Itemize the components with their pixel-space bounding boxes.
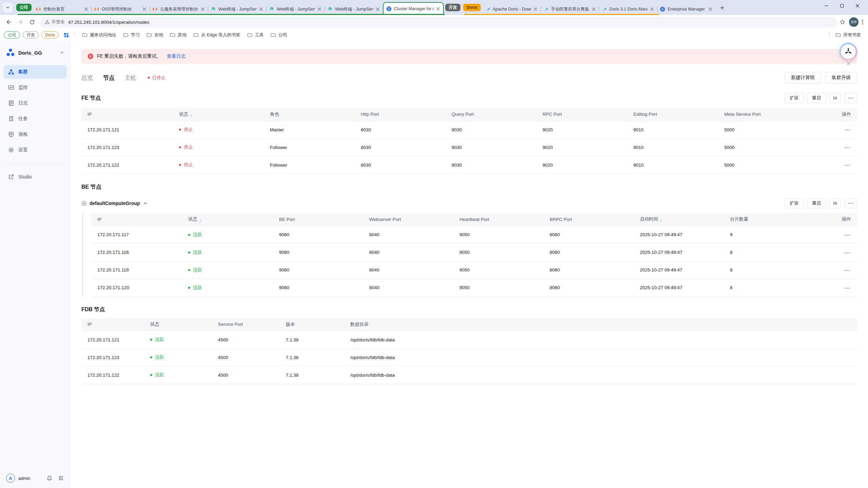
tab-web-terminal-2[interactable]: Web终端 - JumpServ — [266, 3, 324, 15]
bookmark-folder[interactable]: 工具 — [244, 31, 267, 39]
tab-close-icon[interactable] — [650, 7, 654, 12]
tab-close-icon[interactable] — [200, 7, 205, 12]
row-actions-button[interactable] — [844, 233, 851, 238]
security-indicator[interactable]: 不安全 — [45, 19, 65, 25]
column-header[interactable]: 状态 — [144, 318, 212, 331]
sidebar-item-cluster[interactable]: 集群 — [3, 65, 67, 79]
back-button[interactable] — [3, 17, 14, 27]
tab-enterprise-manager[interactable]: Enterprise Manager — [657, 3, 715, 15]
tab-manual-deploy[interactable]: 手动部署存算分离集群 — [540, 3, 599, 15]
row-actions-button[interactable] — [844, 250, 851, 255]
cluster-selector[interactable]: Doris_GG — [0, 41, 70, 62]
maximize-button[interactable] — [834, 0, 850, 12]
bell-icon[interactable] — [46, 475, 53, 481]
reload-button[interactable] — [26, 17, 37, 27]
tab-search-button[interactable] — [3, 2, 13, 13]
new-compute-group-button[interactable]: 新建计算组 — [785, 72, 821, 83]
column-header[interactable]: Heartbeat Port — [453, 213, 544, 226]
column-header[interactable]: Query Port — [446, 108, 536, 121]
column-header[interactable]: IP — [81, 108, 173, 121]
bookmark-group-chip[interactable]: 开发 — [23, 31, 39, 39]
bookmark-folder[interactable]: 学习 — [120, 31, 143, 39]
url-text[interactable]: 47.251.245.101:8004/1/operation/nodes — [68, 20, 149, 25]
column-header[interactable]: Editlog Port — [627, 108, 718, 121]
be-column-settings-button[interactable] — [829, 198, 841, 208]
bookmark-folder[interactable]: 公司 — [268, 31, 290, 39]
tab-close-icon[interactable] — [317, 7, 322, 12]
column-header[interactable]: RPC Port — [536, 108, 627, 121]
be-more-button[interactable] — [844, 198, 857, 208]
page-tab-overview[interactable]: 总览 — [81, 74, 93, 82]
column-header[interactable]: IP — [91, 213, 182, 226]
sidebar-item-settings[interactable]: 设置 — [3, 143, 67, 157]
tab-close-icon[interactable] — [84, 7, 88, 12]
bookmark-group-chip[interactable]: Doris — [41, 31, 59, 39]
new-tab-button[interactable] — [717, 3, 727, 13]
close-button[interactable] — [850, 0, 865, 12]
tab-web-terminal-3[interactable]: Web终端 - JumpServ — [324, 3, 383, 15]
cluster-upgrade-button[interactable]: 集群升级 — [825, 72, 857, 83]
tab-close-icon[interactable] — [708, 7, 713, 12]
sidebar-collapse-icon[interactable] — [58, 475, 64, 481]
sidebar-item-tasks[interactable]: 任务 — [3, 112, 67, 126]
column-header[interactable]: IP — [81, 318, 144, 331]
column-header[interactable]: Service Port — [212, 318, 280, 331]
assistant-float-button[interactable] — [840, 43, 858, 65]
tab-close-icon[interactable] — [436, 6, 440, 11]
column-header[interactable]: 操作 — [809, 108, 857, 121]
tab-cluster-manager[interactable]: Cluster Manager for A — [383, 2, 444, 15]
page-tab-nodes[interactable]: 节点 — [103, 74, 115, 82]
tab-close-icon[interactable] — [375, 7, 380, 12]
row-actions-button[interactable] — [844, 128, 851, 132]
assistant-close-icon[interactable] — [840, 61, 858, 65]
bookmark-group-chip[interactable]: 公司 — [4, 31, 20, 39]
be-action-button[interactable]: 重启 — [807, 198, 826, 208]
column-header[interactable]: 数据目录 — [344, 318, 857, 331]
column-header[interactable]: BRPC Port — [544, 213, 634, 226]
column-header[interactable]: BE Port — [273, 213, 363, 226]
column-header[interactable]: 角色 — [264, 108, 355, 121]
row-actions-button[interactable] — [844, 286, 851, 290]
fe-column-settings-button[interactable] — [829, 93, 841, 103]
fe-action-button[interactable]: 重启 — [807, 93, 826, 103]
column-header[interactable]: 版本 — [280, 318, 344, 331]
chevron-up-icon[interactable] — [143, 201, 147, 205]
bookmark-folder[interactable]: 从 Edge 导入的书签 — [190, 31, 243, 39]
bookmark-star-icon[interactable] — [840, 19, 846, 25]
row-actions-button[interactable] — [844, 145, 851, 150]
column-header[interactable]: 分片数量 — [724, 213, 814, 226]
tab-web-terminal-1[interactable]: Web终端 - JumpServ — [208, 3, 266, 15]
forward-button[interactable] — [15, 17, 26, 27]
be-action-button[interactable]: 扩容 — [785, 198, 804, 208]
row-actions-button[interactable] — [844, 268, 851, 273]
address-bar[interactable]: 不安全 47.251.245.101:8004/1/operation/node… — [40, 17, 837, 27]
tab-ecs-console[interactable]: 云服务器管理控制台 — [150, 3, 208, 15]
column-header[interactable]: Meta Service Port — [718, 108, 809, 121]
sidebar-item-studio[interactable]: Studio — [3, 170, 67, 184]
tab-doris-31[interactable]: Doris 3.1 Doris Mana — [599, 3, 657, 15]
tab-apache-doris[interactable]: Apache Doris - Down — [482, 3, 540, 15]
browser-menu-icon[interactable] — [862, 19, 863, 25]
tab-console-home[interactable]: 控制台首页 — [33, 3, 91, 15]
column-header[interactable]: 启动时间 — [634, 213, 724, 226]
tab-close-icon[interactable] — [533, 7, 538, 12]
tab-group-chip-dev[interactable]: 开发 — [445, 4, 460, 11]
row-actions-button[interactable] — [844, 163, 851, 168]
minimize-button[interactable] — [818, 0, 834, 12]
fe-action-button[interactable]: 扩容 — [785, 93, 804, 103]
sidebar-item-monitor[interactable]: 监控 — [3, 81, 67, 94]
bookmark-folder[interactable]: 服务访问地址 — [79, 31, 119, 39]
tab-close-icon[interactable] — [259, 7, 263, 12]
bookmark-folder[interactable]: 吉他 — [143, 31, 166, 39]
browser-profile-avatar[interactable]: 龙华 — [849, 17, 859, 27]
tab-close-icon[interactable] — [591, 7, 596, 12]
sort-icon[interactable] — [660, 219, 662, 222]
fe-more-button[interactable] — [844, 93, 857, 103]
tab-close-icon[interactable] — [142, 7, 147, 12]
column-header[interactable]: 状态 — [173, 108, 264, 121]
bookmark-folder[interactable]: 其他 — [167, 31, 190, 39]
column-header[interactable]: 操作 — [814, 213, 857, 226]
avatar[interactable]: A — [6, 474, 15, 483]
sidebar-item-inspection[interactable]: 巡检 — [3, 128, 67, 141]
apps-grid-icon[interactable] — [63, 32, 69, 38]
